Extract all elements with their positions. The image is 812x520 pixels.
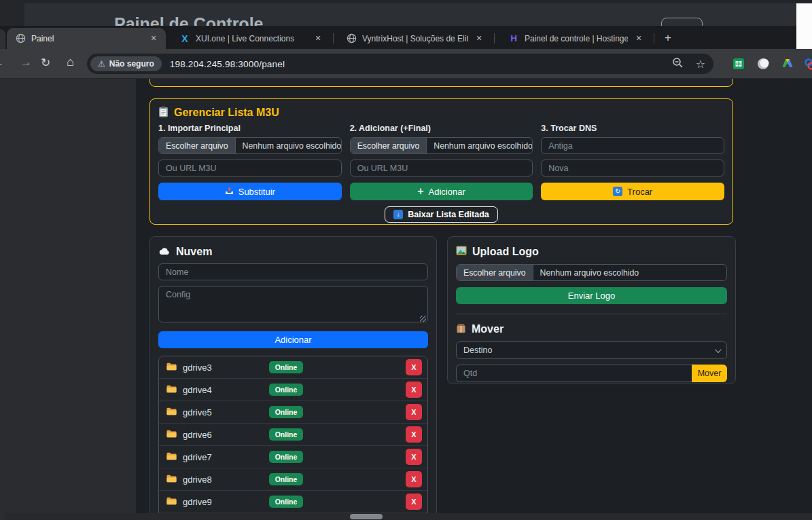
tab-separator <box>654 33 654 43</box>
scrollbar-thumb[interactable] <box>350 514 383 519</box>
round-extension-icon[interactable] <box>757 58 769 70</box>
divider <box>456 314 727 314</box>
close-icon[interactable]: × <box>313 33 323 44</box>
cloud-item-remove[interactable]: X <box>406 404 422 420</box>
substituir-button[interactable]: Substituir <box>158 183 342 200</box>
page-viewport: Gerenciar Lista M3U 1. Importar Principa… <box>0 79 812 520</box>
cloud-config-textarea[interactable] <box>158 286 428 322</box>
resize-handle[interactable] <box>420 316 426 322</box>
drive-extension-icon[interactable] <box>781 58 794 70</box>
cloud-item-remove[interactable]: X <box>406 426 422 443</box>
import-file-input[interactable]: Escolher arquivo Nenhum arquivo escolhid… <box>158 137 342 154</box>
enviar-logo-button[interactable]: Enviar Logo <box>456 287 727 304</box>
append-file-input[interactable]: Escolher arquivo Nenhum arquivo escolhid… <box>350 137 533 154</box>
tab-painel[interactable]: Painel × <box>7 28 166 49</box>
dns-old-input[interactable] <box>541 137 724 154</box>
sync-icon: ↻ <box>613 187 622 196</box>
back-button[interactable]: ← <box>0 56 5 71</box>
cloud-item-name: gdrive7 <box>183 452 212 462</box>
qtd-input[interactable] <box>456 365 692 382</box>
cloud-name-input[interactable] <box>158 263 428 280</box>
adicionar-m3u-button[interactable]: + Adicionar <box>350 183 533 200</box>
address-bar[interactable]: ⚠ Não seguro 198.204.245.98:3000/panel ☆ <box>87 54 713 74</box>
hostinger-logo-icon: H <box>508 33 519 44</box>
append-label: 2. Adicionar (+Final) <box>350 124 533 133</box>
folder-icon <box>166 451 177 463</box>
picture-icon <box>456 246 467 258</box>
clipboard-icon <box>158 106 169 120</box>
mover-button[interactable]: Mover <box>692 365 727 382</box>
close-icon[interactable]: × <box>148 33 159 44</box>
new-tab-button[interactable]: + <box>660 31 675 45</box>
trocar-button[interactable]: ↻ Trocar <box>541 183 724 200</box>
cloud-item-remove[interactable]: X <box>406 382 422 398</box>
chevron-down-icon <box>715 346 722 353</box>
globe-icon <box>346 33 357 44</box>
cloud-item-name: gdrive6 <box>183 430 212 440</box>
clipped-card-above <box>149 79 733 87</box>
folder-icon <box>166 384 177 396</box>
baixar-lista-button[interactable]: ↓ Baixar Lista Editada <box>385 206 498 223</box>
backdrop-corner <box>0 0 24 26</box>
close-icon[interactable]: × <box>633 33 644 44</box>
tab-title: Painel <box>31 34 143 43</box>
close-icon[interactable]: × <box>474 33 484 44</box>
destino-select[interactable]: Destino <box>456 341 727 359</box>
tab-strip: Painel × X XUI.one | Live Connections × … <box>0 26 796 49</box>
upload-card-title: Upload Logo <box>456 245 727 259</box>
cloud-list-item: gdrive8 Online X <box>159 468 427 491</box>
background-window-strip: Painel de Controle <box>0 0 812 26</box>
cloud-item-remove[interactable]: X <box>406 449 422 465</box>
cloud-item-remove[interactable]: X <box>406 471 422 487</box>
clipped-extension-icon[interactable] <box>805 58 812 70</box>
clipped-tab-stub <box>0 29 5 49</box>
dns-new-input[interactable] <box>541 160 724 177</box>
folder-icon <box>166 361 177 373</box>
cloud-item-status: Online <box>269 451 304 463</box>
zoom-out-icon[interactable] <box>672 57 684 71</box>
tab-separator <box>494 33 495 43</box>
cloud-item-name: gdrive3 <box>183 363 212 373</box>
tab-xui[interactable]: X XUI.one | Live Connections × <box>171 28 330 49</box>
adicionar-cloud-button[interactable]: Adicionar <box>158 331 428 348</box>
cloud-item-name: gdrive9 <box>183 497 212 507</box>
tab-title: VyntrixHost | Soluções de Elite <box>362 34 468 43</box>
folder-icon <box>166 473 177 485</box>
security-chip[interactable]: ⚠ Não seguro <box>90 56 162 71</box>
cloud-list-item: gdrive5 Online X <box>159 401 427 424</box>
tab-vyntrixhost[interactable]: VyntrixHost | Soluções de Elite × <box>338 28 491 49</box>
backdrop-top-line <box>0 0 812 3</box>
forward-button[interactable]: → <box>20 56 32 69</box>
browser-toolbar: ← → ↻ ⌂ ⚠ Não seguro 198.204.245.98:3000… <box>0 49 812 79</box>
mover-title: Mover <box>456 322 727 336</box>
tab-hostinger[interactable]: H Painel de controle | Hostinger × <box>500 28 651 49</box>
dns-label: 3. Trocar DNS <box>541 124 724 133</box>
m3u-dns-column: 3. Trocar DNS ↻ Trocar <box>541 124 724 200</box>
folder-icon <box>166 496 177 508</box>
tab-separator <box>333 33 334 43</box>
cloud-list-item: gdrive7 Online X <box>159 446 427 468</box>
cloud-item-name: gdrive8 <box>183 475 212 485</box>
cloud-item-status: Online <box>269 496 304 508</box>
page-title: Painel de Controle <box>114 14 263 26</box>
bookmark-star-icon[interactable]: ☆ <box>696 58 705 71</box>
folder-icon <box>166 428 177 441</box>
cloud-item-name: gdrive4 <box>183 385 212 395</box>
import-label: 1. Importar Principal <box>158 124 342 133</box>
cloud-card: Nuvem Adicionar gdrive3 Online X gdrive4 <box>149 236 437 520</box>
cloud-item-status: Online <box>269 361 304 373</box>
cloud-list-item: gdrive3 Online X <box>159 356 427 379</box>
logo-file-input[interactable]: Escolher arquivo Nenhum arquivo escolhid… <box>456 264 727 281</box>
cloud-item-remove[interactable]: X <box>406 359 422 375</box>
home-button[interactable]: ⌂ <box>67 55 74 69</box>
sheets-extension-icon[interactable] <box>732 58 745 70</box>
append-url-input[interactable] <box>350 160 533 177</box>
import-url-input[interactable] <box>158 160 342 177</box>
cloud-item-remove[interactable]: X <box>406 494 422 510</box>
package-icon <box>456 323 466 336</box>
reload-button[interactable]: ↻ <box>41 56 50 70</box>
cloud-item-status: Online <box>269 473 304 485</box>
tab-title: XUI.one | Live Connections <box>196 34 307 43</box>
cloud-icon <box>158 246 171 258</box>
cloud-item-name: gdrive5 <box>183 407 212 417</box>
